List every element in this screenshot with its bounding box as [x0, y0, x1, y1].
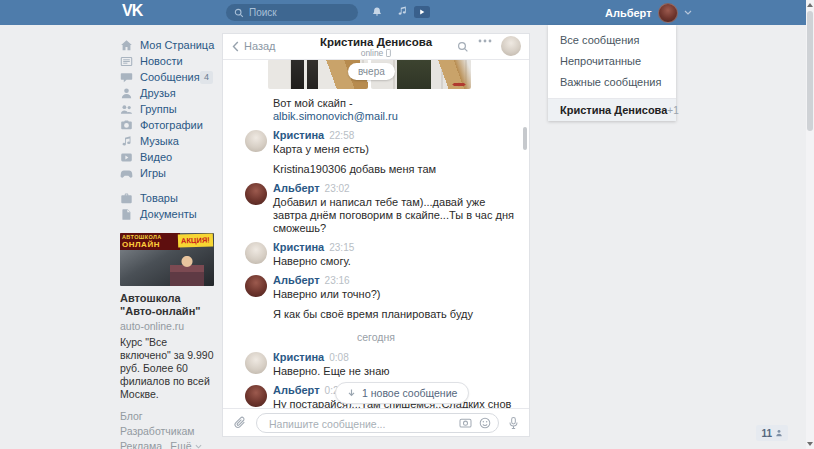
avatar[interactable]: [245, 275, 267, 297]
footer-link-0[interactable]: Блог: [120, 410, 143, 422]
chat-peer-name: Кристина Денисова: [320, 36, 432, 48]
message[interactable]: Кристина22:58Карта у меня есть)Kristina1…: [223, 129, 529, 176]
sidebar-item-friends[interactable]: Друзья: [120, 85, 213, 101]
sidebar-item-my-page[interactable]: Моя Страница: [120, 37, 213, 53]
message-text: Наверно смогу.: [273, 255, 351, 267]
chat-search-icon[interactable]: [457, 41, 469, 53]
avatar[interactable]: [245, 183, 267, 205]
message-time: 23:15: [329, 242, 354, 253]
sidebar-item-messages[interactable]: Сообщения4: [120, 69, 213, 85]
message[interactable]: Вот мой скайп -albik.simonovich@mail.ru: [223, 97, 529, 123]
video-player-icon[interactable]: [414, 6, 430, 18]
ad-sale-badge: АКЦИЯ!: [178, 233, 213, 247]
scroll-up-arrow[interactable]: [807, 3, 813, 7]
message[interactable]: Альберт23:02Добавил и написал тебе там).…: [223, 182, 529, 235]
online-friends-widget[interactable]: 11: [756, 425, 788, 441]
user-menu[interactable]: Альберт: [605, 0, 692, 25]
chevron-down-icon: [195, 444, 202, 449]
notifications-bell-icon[interactable]: [371, 6, 383, 19]
message-input[interactable]: [267, 414, 431, 434]
search-icon: [234, 8, 244, 18]
sidebar-item-label: Товары: [140, 192, 178, 204]
attachment-paperclip-icon[interactable]: [233, 416, 247, 430]
new-message-button[interactable]: 1 новое сообщение: [335, 382, 469, 404]
ad-title[interactable]: Автошкола "Авто-онлайн": [120, 292, 214, 318]
message-author[interactable]: Кристина: [273, 241, 324, 253]
sidebar-item-label: Видео: [140, 151, 172, 163]
back-button[interactable]: Назад: [232, 40, 276, 52]
message-text: Я как бы своё время планировать буду: [273, 308, 473, 320]
emoji-smiley-icon[interactable]: [479, 417, 491, 429]
avatar[interactable]: [245, 352, 267, 374]
message-author[interactable]: Альберт: [273, 274, 320, 286]
sidebar-item-market[interactable]: Товары: [120, 190, 213, 206]
ad-url[interactable]: auto-online.ru: [120, 320, 214, 332]
person-icon: [775, 429, 783, 437]
camera-icon: [120, 119, 133, 131]
footer-link-2[interactable]: Реклама: [120, 440, 162, 449]
unread-count-badge: 4: [200, 71, 213, 84]
ad-image[interactable]: АВТОШКОЛА ОНЛАЙН АКЦИЯ!: [120, 233, 214, 286]
sidebar-item-games[interactable]: Игры: [120, 165, 213, 181]
ad-block[interactable]: АВТОШКОЛА ОНЛАЙН АКЦИЯ! Автошкола "Авто-…: [120, 233, 214, 401]
message[interactable]: Кристина23:15Наверно смогу.: [223, 241, 529, 268]
avatar[interactable]: [245, 130, 267, 152]
message-link[interactable]: albik.simonovich@mail.ru: [273, 110, 398, 122]
message-text: Kristina190306 добавь меня там: [273, 163, 436, 175]
scroll-down-arrow[interactable]: [807, 442, 813, 446]
page-scrollbar[interactable]: [806, 0, 814, 449]
groups-icon: [120, 103, 133, 116]
avatar[interactable]: [245, 242, 267, 264]
microphone-icon[interactable]: [508, 416, 519, 430]
music-icon[interactable]: [396, 5, 407, 18]
sidebar-item-music[interactable]: Музыка: [120, 133, 213, 149]
sidebar-item-documents[interactable]: Документы: [120, 206, 213, 222]
topbar: VK Поиск Альберт: [0, 0, 814, 25]
user-name: Альберт: [605, 7, 652, 19]
sidebar-item-video[interactable]: Видео: [120, 149, 213, 165]
vk-logo[interactable]: VK: [122, 2, 142, 20]
ad-text: Курс "Все включено" за 9.990 руб. Более …: [120, 336, 214, 401]
ad-man-photo: [170, 256, 204, 286]
chat-peer-avatar[interactable]: [501, 36, 521, 56]
sidebar-item-label: Документы: [140, 208, 197, 220]
sidebar-item-label: Музыка: [140, 135, 179, 147]
photo-attachments: [268, 59, 529, 89]
message[interactable]: Кристина0:08Наверно. Еще не знаю: [223, 351, 529, 378]
user-avatar: [658, 3, 678, 23]
active-chat-badge: +1: [667, 105, 678, 116]
sidebar-item-photos[interactable]: Фотографии: [120, 117, 213, 133]
chat-title[interactable]: Кристина Денисова online: [320, 36, 432, 58]
avatar[interactable]: [245, 385, 267, 407]
mobile-phone-icon: [386, 49, 391, 57]
message-author[interactable]: Альберт: [273, 182, 320, 194]
message-author[interactable]: Альберт: [273, 384, 320, 396]
chat-actions-menu-icon[interactable]: [478, 39, 492, 43]
message-text: Наверно. Еще не знаю: [273, 365, 390, 377]
chat-scrollbar-thumb[interactable]: [523, 127, 527, 150]
footer-link-1[interactable]: Разработчикам: [120, 425, 195, 437]
briefcase-icon: [120, 192, 133, 205]
camera-icon[interactable]: [459, 417, 472, 428]
message-history[interactable]: вчера Вот мой скайп -albik.simonovich@ma…: [223, 59, 529, 408]
message-input-field[interactable]: [256, 413, 499, 433]
message-author[interactable]: Кристина: [273, 129, 324, 141]
dropdown-item-1[interactable]: Непрочитанные: [548, 51, 676, 72]
footer-link-3[interactable]: Ещё: [170, 440, 201, 449]
sidebar-item-label: Фотографии: [140, 119, 203, 131]
messages-icon: [120, 71, 133, 84]
message-author[interactable]: Кристина: [273, 351, 324, 363]
online-count: 11: [761, 428, 772, 439]
dropdown-item-2[interactable]: Важные сообщения: [548, 72, 676, 93]
sidebar-item-groups[interactable]: Группы: [120, 101, 213, 117]
dropdown-item-0[interactable]: Все сообщения: [548, 30, 676, 51]
sidebar-item-news[interactable]: Новости: [120, 53, 213, 69]
scrollbar-thumb[interactable]: [807, 11, 813, 131]
sidebar-item-label: Группы: [140, 103, 177, 115]
friend-icon: [120, 87, 133, 100]
gamepad-icon: [120, 167, 133, 180]
search-box[interactable]: Поиск: [226, 4, 358, 21]
back-label: Назад: [244, 40, 276, 52]
message[interactable]: Альберт23:16Наверно или точно?)Я как бы …: [223, 274, 529, 321]
dropdown-active-chat[interactable]: Кристина Денисова +1: [548, 99, 676, 121]
